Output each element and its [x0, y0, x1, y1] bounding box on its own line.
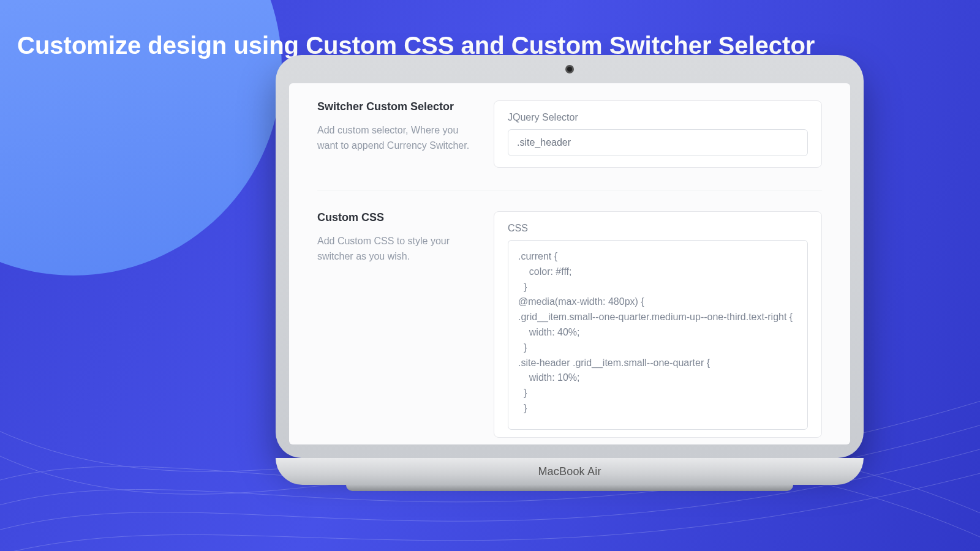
- label-jquery-selector: JQuery Selector: [508, 112, 808, 123]
- section-desc-css: Add Custom CSS to style your switcher as…: [317, 234, 470, 264]
- jquery-selector-input[interactable]: [508, 129, 808, 156]
- laptop-base: MacBook Air: [276, 458, 864, 485]
- section-title-css: Custom CSS: [317, 211, 470, 224]
- section-desc-selector: Add custom selector, Where you want to a…: [317, 123, 470, 154]
- section-switcher-selector: Switcher Custom Selector Add custom sele…: [317, 100, 822, 189]
- laptop-mockup: Switcher Custom Selector Add custom sele…: [276, 55, 864, 491]
- custom-css-textarea[interactable]: [508, 240, 808, 430]
- camera-icon: [565, 65, 574, 73]
- laptop-foot: [346, 485, 793, 491]
- section-title-selector: Switcher Custom Selector: [317, 100, 470, 113]
- label-css: CSS: [508, 223, 808, 234]
- laptop-brand: MacBook Air: [538, 465, 601, 478]
- section-custom-css: Custom CSS Add Custom CSS to style your …: [317, 190, 822, 444]
- app-screen: Switcher Custom Selector Add custom sele…: [289, 83, 850, 444]
